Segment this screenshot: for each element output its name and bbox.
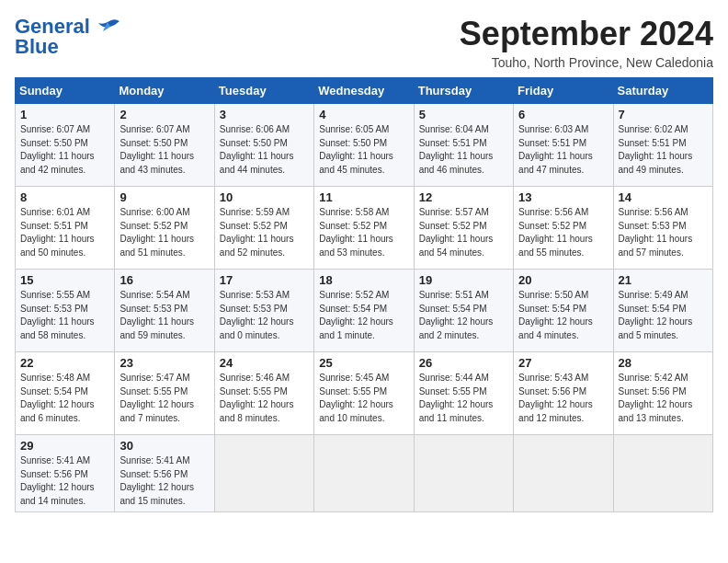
calendar-cell [414, 435, 513, 512]
day-info: Sunrise: 5:57 AMSunset: 5:52 PMDaylight:… [419, 206, 508, 259]
day-number: 26 [419, 356, 508, 370]
calendar-cell: 14Sunrise: 5:56 AMSunset: 5:53 PMDayligh… [613, 187, 712, 270]
calendar-cell: 27Sunrise: 5:43 AMSunset: 5:56 PMDayligh… [514, 352, 613, 435]
weekday-header-thursday: Thursday [414, 78, 513, 104]
day-number: 19 [419, 273, 508, 287]
calendar-cell [314, 435, 414, 512]
page-header: General Blue September 2024 Touho, North… [15, 15, 713, 70]
calendar-cell: 30Sunrise: 5:41 AMSunset: 5:56 PMDayligh… [115, 435, 214, 512]
calendar-cell: 12Sunrise: 5:57 AMSunset: 5:52 PMDayligh… [414, 187, 513, 270]
calendar-cell: 16Sunrise: 5:54 AMSunset: 5:53 PMDayligh… [115, 270, 214, 352]
day-number: 28 [619, 356, 708, 370]
calendar-cell: 24Sunrise: 5:46 AMSunset: 5:55 PMDayligh… [214, 352, 313, 435]
day-info: Sunrise: 5:59 AMSunset: 5:52 PMDaylight:… [220, 206, 309, 259]
day-info: Sunrise: 6:03 AMSunset: 5:51 PMDaylight:… [518, 123, 608, 177]
calendar-week-3: 15Sunrise: 5:55 AMSunset: 5:53 PMDayligh… [16, 270, 713, 352]
calendar-cell: 1Sunrise: 6:07 AMSunset: 5:50 PMDaylight… [16, 104, 115, 187]
day-info: Sunrise: 5:53 AMSunset: 5:53 PMDaylight:… [220, 289, 309, 342]
calendar-cell: 6Sunrise: 6:03 AMSunset: 5:51 PMDaylight… [514, 104, 613, 187]
day-info: Sunrise: 5:43 AMSunset: 5:56 PMDaylight:… [518, 372, 608, 425]
weekday-header-wednesday: Wednesday [314, 78, 414, 104]
day-info: Sunrise: 6:02 AMSunset: 5:51 PMDaylight:… [619, 123, 708, 177]
calendar-week-2: 8Sunrise: 6:01 AMSunset: 5:51 PMDaylight… [16, 187, 713, 270]
calendar-cell: 25Sunrise: 5:45 AMSunset: 5:55 PMDayligh… [314, 352, 414, 435]
day-info: Sunrise: 5:51 AMSunset: 5:54 PMDaylight:… [419, 289, 508, 342]
day-number: 29 [20, 439, 109, 453]
day-number: 25 [319, 356, 408, 370]
day-number: 11 [319, 190, 408, 204]
day-info: Sunrise: 5:52 AMSunset: 5:54 PMDaylight:… [319, 289, 408, 342]
day-number: 27 [518, 356, 608, 370]
day-info: Sunrise: 5:46 AMSunset: 5:55 PMDaylight:… [220, 372, 309, 425]
day-number: 23 [119, 356, 209, 370]
day-number: 20 [518, 273, 608, 287]
calendar-cell: 8Sunrise: 6:01 AMSunset: 5:51 PMDaylight… [16, 187, 115, 270]
calendar-cell: 18Sunrise: 5:52 AMSunset: 5:54 PMDayligh… [314, 270, 414, 352]
day-info: Sunrise: 6:01 AMSunset: 5:51 PMDaylight:… [20, 206, 109, 259]
calendar-cell: 15Sunrise: 5:55 AMSunset: 5:53 PMDayligh… [16, 270, 115, 352]
day-info: Sunrise: 5:56 AMSunset: 5:53 PMDaylight:… [619, 206, 708, 259]
day-info: Sunrise: 6:04 AMSunset: 5:51 PMDaylight:… [419, 123, 508, 177]
calendar-cell: 22Sunrise: 5:48 AMSunset: 5:54 PMDayligh… [16, 352, 115, 435]
calendar-cell: 13Sunrise: 5:56 AMSunset: 5:52 PMDayligh… [514, 187, 613, 270]
calendar-cell: 19Sunrise: 5:51 AMSunset: 5:54 PMDayligh… [414, 270, 513, 352]
day-number: 21 [619, 273, 708, 287]
calendar-cell: 11Sunrise: 5:58 AMSunset: 5:52 PMDayligh… [314, 187, 414, 270]
calendar-cell [514, 435, 613, 512]
day-number: 10 [220, 190, 309, 204]
day-number: 1 [20, 108, 109, 121]
day-info: Sunrise: 5:44 AMSunset: 5:55 PMDaylight:… [419, 372, 508, 425]
day-info: Sunrise: 5:42 AMSunset: 5:56 PMDaylight:… [619, 372, 708, 425]
calendar-week-4: 22Sunrise: 5:48 AMSunset: 5:54 PMDayligh… [16, 352, 713, 435]
calendar-cell [214, 435, 313, 512]
weekday-header-monday: Monday [115, 78, 214, 104]
weekday-header-friday: Friday [514, 78, 613, 104]
day-number: 9 [119, 190, 209, 204]
calendar-cell: 5Sunrise: 6:04 AMSunset: 5:51 PMDaylight… [414, 104, 513, 187]
day-number: 6 [518, 108, 608, 121]
day-info: Sunrise: 5:56 AMSunset: 5:52 PMDaylight:… [518, 206, 608, 259]
weekday-header-tuesday: Tuesday [214, 78, 313, 104]
day-number: 8 [20, 190, 109, 204]
weekday-header-saturday: Saturday [613, 78, 712, 104]
day-info: Sunrise: 5:45 AMSunset: 5:55 PMDaylight:… [319, 372, 408, 425]
day-number: 7 [619, 108, 708, 121]
calendar-cell [613, 435, 712, 512]
calendar-cell: 10Sunrise: 5:59 AMSunset: 5:52 PMDayligh… [214, 187, 313, 270]
calendar-cell: 23Sunrise: 5:47 AMSunset: 5:55 PMDayligh… [115, 352, 214, 435]
day-info: Sunrise: 6:05 AMSunset: 5:50 PMDaylight:… [319, 123, 408, 177]
day-number: 5 [419, 108, 508, 121]
day-number: 15 [20, 273, 109, 287]
day-info: Sunrise: 5:49 AMSunset: 5:54 PMDaylight:… [619, 289, 708, 342]
day-info: Sunrise: 5:50 AMSunset: 5:54 PMDaylight:… [518, 289, 608, 342]
day-info: Sunrise: 6:06 AMSunset: 5:50 PMDaylight:… [220, 123, 309, 177]
day-number: 3 [220, 108, 309, 121]
logo-bird-icon [94, 17, 121, 36]
day-info: Sunrise: 5:41 AMSunset: 5:56 PMDaylight:… [119, 454, 209, 508]
calendar-cell: 21Sunrise: 5:49 AMSunset: 5:54 PMDayligh… [613, 270, 712, 352]
day-number: 24 [220, 356, 309, 370]
day-info: Sunrise: 6:07 AMSunset: 5:50 PMDaylight:… [20, 123, 109, 177]
day-number: 2 [119, 108, 209, 121]
calendar-cell: 29Sunrise: 5:41 AMSunset: 5:56 PMDayligh… [16, 435, 115, 512]
calendar-cell: 3Sunrise: 6:06 AMSunset: 5:50 PMDaylight… [214, 104, 313, 187]
logo: General Blue [15, 15, 121, 59]
day-number: 16 [119, 273, 209, 287]
calendar-cell: 2Sunrise: 6:07 AMSunset: 5:50 PMDaylight… [115, 104, 214, 187]
day-info: Sunrise: 5:54 AMSunset: 5:53 PMDaylight:… [119, 289, 209, 342]
calendar-table: SundayMondayTuesdayWednesdayThursdayFrid… [15, 77, 713, 512]
calendar-cell: 7Sunrise: 6:02 AMSunset: 5:51 PMDaylight… [613, 104, 712, 187]
day-info: Sunrise: 5:55 AMSunset: 5:53 PMDaylight:… [20, 289, 109, 342]
day-info: Sunrise: 6:07 AMSunset: 5:50 PMDaylight:… [119, 123, 209, 177]
calendar-week-5: 29Sunrise: 5:41 AMSunset: 5:56 PMDayligh… [16, 435, 713, 512]
day-number: 18 [319, 273, 408, 287]
calendar-cell: 17Sunrise: 5:53 AMSunset: 5:53 PMDayligh… [214, 270, 313, 352]
logo-blue-text: Blue [15, 35, 59, 59]
day-info: Sunrise: 5:58 AMSunset: 5:52 PMDaylight:… [319, 206, 408, 259]
calendar-cell: 4Sunrise: 6:05 AMSunset: 5:50 PMDaylight… [314, 104, 414, 187]
day-info: Sunrise: 5:48 AMSunset: 5:54 PMDaylight:… [20, 372, 109, 425]
weekday-header-row: SundayMondayTuesdayWednesdayThursdayFrid… [16, 78, 713, 104]
day-number: 17 [220, 273, 309, 287]
day-number: 14 [619, 190, 708, 204]
day-number: 4 [319, 108, 408, 121]
